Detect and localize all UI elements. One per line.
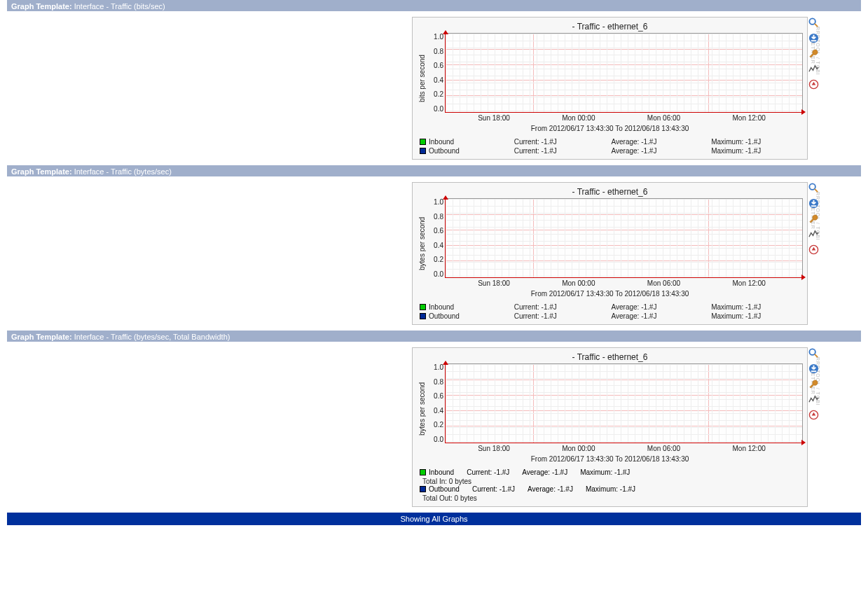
legend: InboundCurrent: -1.#JAverage: -1.#JMaxim… xyxy=(420,303,803,320)
x-tick: Mon 00:00 xyxy=(562,279,595,287)
x-axis-ticks: Sun 18:00Mon 00:00Mon 06:00Mon 12:00 xyxy=(445,279,799,287)
y-axis-ticks: 1.00.80.60.40.20.0 xyxy=(427,198,445,289)
section-header-value: Interface - Traffic (bytes/sec, Total Ba… xyxy=(74,333,230,341)
x-tick: Mon 00:00 xyxy=(562,114,595,122)
svg-line-6 xyxy=(814,188,817,191)
legend-label: Inbound xyxy=(429,138,454,146)
section-header-label: Graph Template: xyxy=(11,2,72,11)
zoom-icon[interactable] xyxy=(808,182,819,193)
y-tick: 0.6 xyxy=(427,227,443,235)
x-tick: Sun 18:00 xyxy=(478,279,510,287)
plot-area[interactable] xyxy=(445,363,803,443)
realtime-icon[interactable] xyxy=(808,63,819,74)
legend-label: Inbound xyxy=(429,468,454,476)
legend-label: Outbound xyxy=(429,312,460,320)
y-tick: 0.8 xyxy=(427,378,443,386)
y-tick: 0.0 xyxy=(427,105,443,113)
y-tick: 0.0 xyxy=(427,270,443,278)
legend-maximum: Maximum: -1.#J xyxy=(711,138,803,146)
download-csv-icon[interactable] xyxy=(808,32,819,43)
zoom-icon[interactable] xyxy=(808,17,819,28)
legend-current: Current: -1.#J xyxy=(472,485,515,493)
graph-title: - Traffic - ethernet_6 xyxy=(417,352,803,362)
legend-current: Current: -1.#J xyxy=(514,147,599,155)
realtime-icon[interactable] xyxy=(808,228,819,239)
y-tick: 1.0 xyxy=(427,33,443,41)
zoom-icon[interactable] xyxy=(808,347,819,359)
y-tick: 0.0 xyxy=(427,436,443,443)
svg-line-1 xyxy=(814,23,817,26)
graph-action-icons xyxy=(808,17,819,90)
x-tick: Mon 06:00 xyxy=(647,445,680,452)
section-header: Graph Template: Interface - Traffic (byt… xyxy=(7,165,861,176)
section-header: Graph Template: Interface - Traffic (bit… xyxy=(7,0,861,11)
y-tick: 0.4 xyxy=(427,407,443,415)
plot-area[interactable] xyxy=(445,198,803,278)
x-tick: Mon 06:00 xyxy=(647,279,680,287)
legend-average: Average: -1.#J xyxy=(522,468,567,476)
y-tick: 0.6 xyxy=(427,392,443,400)
legend-swatch xyxy=(420,139,426,145)
legend-average: Average: -1.#J xyxy=(612,312,699,320)
legend-maximum: Maximum: -1.#J xyxy=(580,468,630,476)
x-axis-ticks: Sun 18:00Mon 00:00Mon 06:00Mon 12:00 xyxy=(445,445,799,452)
legend-average: Average: -1.#J xyxy=(612,147,699,155)
graph-panel[interactable]: - Traffic - ethernet_6bits per second1.0… xyxy=(412,17,808,160)
y-tick: 0.2 xyxy=(427,421,443,429)
legend-current: Current: -1.#J xyxy=(514,312,599,320)
y-axis-label: bytes per second xyxy=(417,363,427,454)
time-range: From 2012/06/17 13:43:30 To 2012/06/18 1… xyxy=(417,290,803,298)
legend-label: Outbound xyxy=(429,485,460,493)
y-tick: 0.4 xyxy=(427,76,443,84)
y-tick: 0.2 xyxy=(427,256,443,263)
x-tick: Mon 12:00 xyxy=(733,279,766,287)
legend-series-name: Outbound xyxy=(420,147,502,155)
section-header: Graph Template: Interface - Traffic (byt… xyxy=(7,331,861,342)
y-axis-ticks: 1.00.80.60.40.20.0 xyxy=(427,363,445,454)
x-tick: Sun 18:00 xyxy=(478,114,510,122)
svg-point-0 xyxy=(809,18,815,24)
x-tick: Sun 18:00 xyxy=(478,445,510,452)
legend-average: Average: -1.#J xyxy=(612,303,699,311)
graph-panel[interactable]: - Traffic - ethernet_6bytes per second1.… xyxy=(412,347,808,507)
realtime-icon[interactable] xyxy=(808,394,819,405)
plot-area[interactable] xyxy=(445,33,803,113)
graph-action-icons xyxy=(808,347,819,420)
y-tick: 0.8 xyxy=(427,213,443,221)
page-top-icon[interactable] xyxy=(808,244,819,255)
section-header-value: Interface - Traffic (bits/sec) xyxy=(74,2,165,11)
y-tick: 0.2 xyxy=(427,90,443,98)
legend-maximum: Maximum: -1.#J xyxy=(711,303,803,311)
svg-point-5 xyxy=(809,183,815,189)
page-top-icon[interactable] xyxy=(808,409,819,420)
legend-label: Inbound xyxy=(429,303,454,311)
legend-maximum: Maximum: -1.#J xyxy=(711,147,803,155)
x-tick: Mon 06:00 xyxy=(647,114,680,122)
page-top-icon[interactable] xyxy=(808,78,819,90)
graph-panel[interactable]: - Traffic - ethernet_6bytes per second1.… xyxy=(412,182,808,325)
legend: InboundCurrent: -1.#JAverage: -1.#JMaxim… xyxy=(420,138,803,155)
wrench-icon[interactable] xyxy=(808,213,819,224)
legend-maximum: Maximum: -1.#J xyxy=(711,312,803,320)
legend-total: Total In: 0 bytes xyxy=(422,478,803,485)
section-body: - Traffic - ethernet_6bytes per second1.… xyxy=(7,342,861,513)
footer-text: Showing All Graphs xyxy=(401,515,468,523)
download-csv-icon[interactable] xyxy=(808,197,819,209)
download-csv-icon[interactable] xyxy=(808,363,819,374)
legend-series-name: Outbound xyxy=(420,312,502,320)
y-tick: 1.0 xyxy=(427,363,443,371)
legend: InboundCurrent: -1.#JAverage: -1.#JMaxim… xyxy=(420,468,803,502)
graph-action-icons xyxy=(808,182,819,255)
wrench-icon[interactable] xyxy=(808,48,819,59)
legend-label: Outbound xyxy=(429,147,460,155)
legend-series-name: Inbound xyxy=(420,138,502,146)
legend-maximum: Maximum: -1.#J xyxy=(586,485,635,493)
time-range: From 2012/06/17 13:43:30 To 2012/06/18 1… xyxy=(417,125,803,132)
graph-title: - Traffic - ethernet_6 xyxy=(417,187,803,197)
legend-swatch xyxy=(420,313,426,319)
y-axis-label: bits per second xyxy=(417,33,427,124)
legend-current: Current: -1.#J xyxy=(467,468,509,476)
y-axis-label: bytes per second xyxy=(417,198,427,289)
wrench-icon[interactable] xyxy=(808,378,819,389)
section-header-label: Graph Template: xyxy=(11,333,72,341)
